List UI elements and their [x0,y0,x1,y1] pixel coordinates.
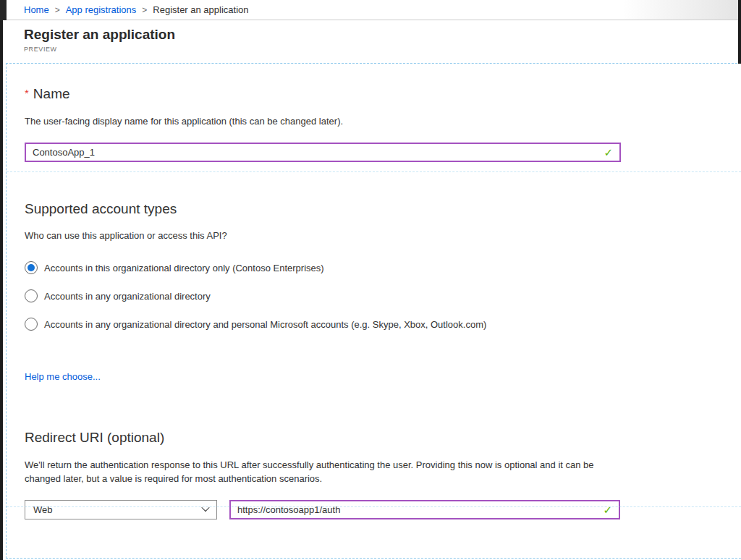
breadcrumb-home-link[interactable]: Home [24,4,49,15]
radio-button-icon [25,289,38,302]
required-marker: * [25,87,29,99]
name-section-heading: *Name [25,84,741,103]
valid-checkmark-icon: ✓ [604,146,613,159]
redirect-uri-row: Web https://contosoapp1/auth ✓ [25,500,741,519]
app-name-value: ContosoApp_1 [33,147,604,158]
breadcrumb-app-registrations-link[interactable]: App registrations [66,4,137,15]
radio-button-icon [25,261,38,274]
breadcrumb-current-page: Register an application [153,4,248,15]
help-me-choose-link[interactable]: Help me choose... [25,371,101,382]
radio-label: Accounts in this organizational director… [44,263,324,273]
redirect-platform-select[interactable]: Web [25,500,217,519]
preview-badge: PREVIEW [24,46,741,53]
radio-label: Accounts in any organizational directory [44,291,211,302]
redirect-uri-input[interactable]: https://contosoapp1/auth ✓ [229,500,620,519]
blade-content: *Name The user-facing display name for t… [6,63,741,559]
radio-label: Accounts in any organizational directory… [44,319,486,330]
portal-right-edge [738,0,741,64]
radio-button-icon [25,318,38,331]
account-types-question: Who can use this application or access t… [25,230,741,242]
radio-multi-tenant-personal[interactable]: Accounts in any organizational directory… [25,318,741,331]
name-description: The user-facing display name for this ap… [25,116,741,127]
breadcrumb: Home > App registrations > Register an a… [0,0,741,20]
redirect-uri-heading: Redirect URI (optional) [25,428,741,447]
section-divider [7,171,741,172]
blade-header: Register an application PREVIEW [0,20,741,53]
account-types-radio-group: Accounts in this organizational director… [25,261,741,331]
radio-multi-tenant[interactable]: Accounts in any organizational directory [25,289,741,302]
chevron-down-icon [201,504,209,512]
breadcrumb-separator-icon: > [49,5,66,15]
app-name-input[interactable]: ContosoApp_1 ✓ [25,143,621,162]
breadcrumb-separator-icon: > [136,5,153,15]
register-application-blade: Home > App registrations > Register an a… [0,0,741,560]
name-heading-label: Name [33,86,70,101]
portal-left-edge [0,0,3,560]
radio-single-tenant[interactable]: Accounts in this organizational director… [25,261,741,274]
account-types-heading: Supported account types [25,200,741,219]
redirect-uri-description: We'll return the authentication response… [25,458,612,485]
section-divider [7,506,741,507]
valid-checkmark-icon: ✓ [603,504,612,517]
portal-left-edge-corner [0,0,7,20]
page-title: Register an application [24,26,741,43]
